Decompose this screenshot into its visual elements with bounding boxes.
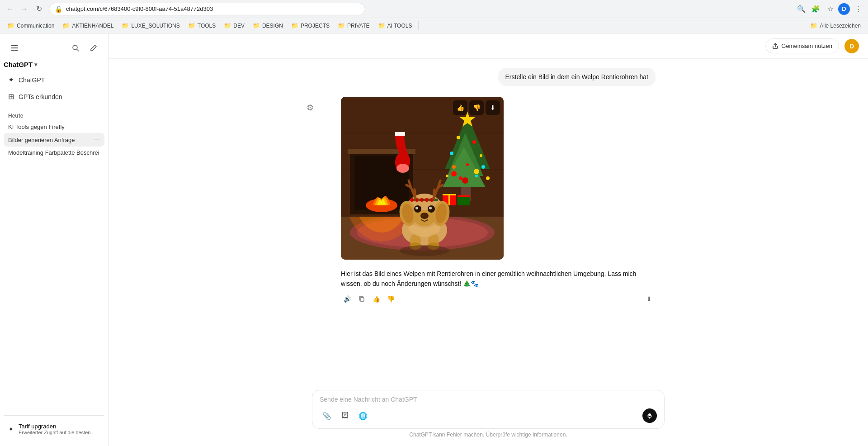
bookmark-projects[interactable]: 📁 PROJECTS bbox=[288, 20, 333, 31]
chat-item-modeltraining[interactable]: Modeltraining Farbpalette Beschrei bbox=[4, 147, 104, 159]
bookmark-tools[interactable]: 📁 TOOLS bbox=[184, 20, 219, 31]
scroll-down-button[interactable]: ⬇ bbox=[643, 293, 656, 305]
chat-item-text: KI Tools gegen Firefly bbox=[8, 123, 100, 130]
forward-button[interactable]: → bbox=[18, 3, 31, 15]
bookmark-label: PROJECTS bbox=[301, 23, 330, 29]
back-button[interactable]: ← bbox=[4, 3, 16, 15]
assistant-content: 👍 👎 ⬇ Hier ist das Bild eines Welpen mit… bbox=[341, 97, 656, 305]
share-button[interactable]: Gemeinsam nutzen bbox=[765, 38, 839, 53]
bookmarks-bar: 📁 Communication 📁 AKTIENHANDEL 📁 LUXE_SO… bbox=[0, 18, 868, 33]
copy-button[interactable] bbox=[355, 293, 368, 305]
topbar-right: Gemeinsam nutzen D bbox=[765, 38, 859, 53]
upgrade-button[interactable]: ✦ Tarif upgraden Erweiterter Zugriff auf… bbox=[4, 419, 104, 439]
sidebar-item-gpts[interactable]: ⊞ GPTs erkunden bbox=[4, 89, 104, 104]
chatgpt-icon: ✦ bbox=[8, 76, 14, 84]
bookmark-luxe-solutions[interactable]: 📁 LUXE_SOLUTIONS bbox=[118, 20, 183, 31]
browser-menu-button[interactable]: ⋮ bbox=[852, 3, 864, 15]
thumbs-down-button[interactable]: 👎 bbox=[469, 100, 484, 115]
share-label: Gemeinsam nutzen bbox=[781, 43, 832, 49]
attachment-button[interactable]: 📎 bbox=[320, 408, 334, 423]
upgrade-text: Tarif upgraden Erweiterter Zugriff auf d… bbox=[19, 423, 95, 435]
alle-lesezeichen-button[interactable]: 📁 Alle Lesezeichen bbox=[807, 20, 864, 31]
browser-profile[interactable]: D bbox=[838, 3, 850, 15]
bookmark-ai-tools[interactable]: 📁 AI TOOLS bbox=[374, 20, 416, 31]
alle-lesezeichen-label: Alle Lesezeichen bbox=[820, 23, 861, 29]
user-avatar[interactable]: D bbox=[844, 39, 859, 53]
chat-item-ki-tools[interactable]: KI Tools gegen Firefly bbox=[4, 121, 104, 133]
svg-rect-0 bbox=[11, 45, 18, 46]
sidebar-toggle-icon bbox=[10, 44, 19, 52]
input-toolbar: 📎 🖼 🌐 bbox=[320, 408, 657, 423]
mic-icon bbox=[646, 413, 653, 419]
assistant-message-text: Hier ist das Bild eines Welpen mit Renti… bbox=[341, 270, 636, 287]
sidebar-toggle-button[interactable] bbox=[7, 41, 22, 55]
sidebar-header-icons bbox=[68, 41, 101, 55]
sidebar-nav: ✦ ChatGPT ⊞ GPTs erkunden bbox=[4, 72, 104, 105]
svg-rect-73 bbox=[341, 97, 504, 260]
user-bubble: Erstelle ein Bild in dem ein Welpe Renti… bbox=[498, 68, 656, 86]
sidebar: ChatGPT ▾ ✦ ChatGPT ⊞ GPTs erkunden Heut… bbox=[0, 33, 108, 446]
like-button[interactable]: 👍 bbox=[370, 293, 382, 305]
sidebar-item-label: GPTs erkunden bbox=[19, 93, 62, 100]
browser-nav-buttons: ← → ↻ bbox=[4, 3, 45, 15]
dislike-button[interactable]: 👎 bbox=[384, 293, 397, 305]
new-chat-button[interactable] bbox=[86, 41, 101, 55]
bookmark-star-button[interactable]: ☆ bbox=[824, 3, 836, 15]
bookmark-label: AKTIENHANDEL bbox=[72, 23, 113, 29]
thumbs-up-button[interactable]: 👍 bbox=[453, 100, 467, 115]
settings-gear-icon[interactable]: ⚙ bbox=[303, 100, 317, 115]
user-message-text: Erstelle ein Bild in dem ein Welpe Renti… bbox=[505, 73, 648, 81]
folder-icon: 📁 bbox=[122, 22, 129, 29]
folder-icon: 📁 bbox=[7, 22, 14, 29]
main-content: Gemeinsam nutzen D Erstelle ein Bild in … bbox=[108, 33, 868, 446]
extensions-button[interactable]: 🧩 bbox=[809, 3, 822, 15]
sidebar-item-chatgpt[interactable]: ✦ ChatGPT bbox=[4, 72, 104, 88]
bookmark-dev[interactable]: 📁 DEV bbox=[220, 20, 248, 31]
bookmark-private[interactable]: 📁 PRIVATE bbox=[334, 20, 373, 31]
download-button[interactable]: ⬇ bbox=[486, 100, 500, 115]
message-input[interactable] bbox=[320, 396, 657, 403]
folder-icon: 📁 bbox=[338, 22, 345, 29]
copy-icon bbox=[359, 296, 365, 302]
section-heute-label: Heute bbox=[4, 109, 104, 121]
bookmark-label: TOOLS bbox=[198, 23, 216, 29]
assistant-icon-container: ⚙ bbox=[321, 97, 335, 111]
bookmark-label: AI TOOLS bbox=[387, 23, 412, 29]
globe-button[interactable]: 🌐 bbox=[356, 408, 370, 423]
user-message: Erstelle ein Bild in dem ein Welpe Renti… bbox=[321, 68, 656, 86]
bookmark-label: DESIGN bbox=[262, 23, 283, 29]
search-button[interactable] bbox=[68, 41, 83, 55]
chat-item-bilder[interactable]: Bilder generieren Anfrage ··· bbox=[4, 133, 104, 147]
browser-actions: 🔍 🧩 ☆ D ⋮ bbox=[795, 3, 864, 15]
folder-icon: 📁 bbox=[224, 22, 231, 29]
bookmark-aktienhandel[interactable]: 📁 AKTIENHANDEL bbox=[59, 20, 117, 31]
chevron-down-icon: ▾ bbox=[34, 62, 37, 68]
send-button[interactable] bbox=[642, 408, 657, 423]
browser-search-button[interactable]: 🔍 bbox=[795, 3, 807, 15]
image-generation-button[interactable]: 🖼 bbox=[338, 408, 352, 423]
chat-area[interactable]: Erstelle ein Bild in dem ein Welpe Renti… bbox=[108, 59, 868, 384]
disclaimer-text: ChatGPT kann Fehler machen. Überprüfe wi… bbox=[409, 432, 567, 438]
browser-chrome: ← → ↻ 🔒 chatgpt.com/c/67683400-c9f0-800f… bbox=[0, 0, 868, 18]
separator bbox=[418, 21, 419, 30]
main-topbar: Gemeinsam nutzen D bbox=[108, 33, 868, 59]
chatgpt-title[interactable]: ChatGPT ▾ bbox=[4, 61, 104, 68]
svg-rect-74 bbox=[360, 298, 364, 301]
svg-rect-1 bbox=[11, 47, 18, 48]
bookmark-design[interactable]: 📁 DESIGN bbox=[249, 20, 287, 31]
lock-icon: 🔒 bbox=[55, 5, 62, 13]
bookmark-communication[interactable]: 📁 Communication bbox=[4, 20, 58, 31]
speaker-button[interactable]: 🔊 bbox=[341, 293, 354, 305]
more-options-icon[interactable]: ··· bbox=[94, 136, 100, 144]
upgrade-icon: ✦ bbox=[8, 425, 14, 433]
search-icon bbox=[72, 44, 79, 52]
bookmark-label: LUXE_SOLUTIONS bbox=[131, 23, 179, 29]
message-actions: 🔊 👍 👎 ⬇ bbox=[341, 293, 656, 305]
edit-icon bbox=[90, 44, 97, 52]
folder-icon: 📁 bbox=[62, 22, 70, 29]
address-bar[interactable]: 🔒 chatgpt.com/c/67683400-c9f0-800f-aa74-… bbox=[49, 3, 365, 15]
chat-item-text: Bilder generieren Anfrage bbox=[8, 137, 94, 143]
upgrade-main-label: Tarif upgraden bbox=[19, 423, 95, 430]
reload-button[interactable]: ↻ bbox=[33, 3, 45, 15]
image-container: 👍 👎 ⬇ bbox=[341, 97, 504, 261]
